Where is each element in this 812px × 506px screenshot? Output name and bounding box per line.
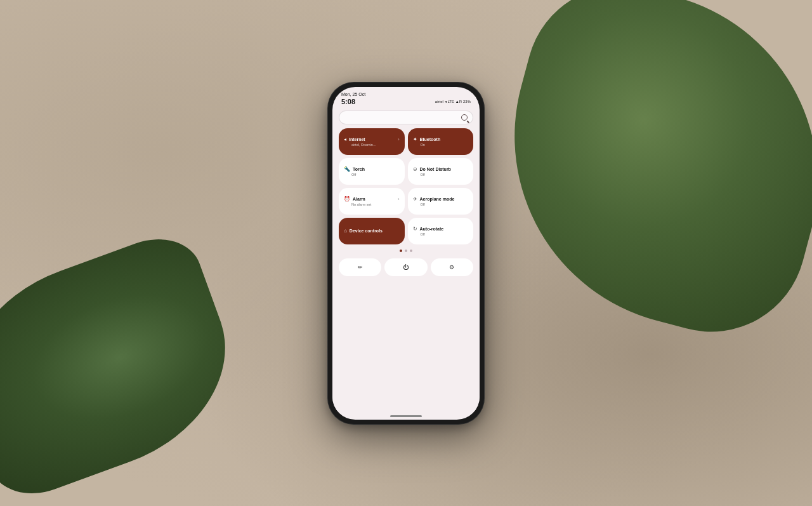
tile-aeroplane[interactable]: ✈ Aeroplane mode Off <box>408 188 474 215</box>
dot-3 <box>410 250 412 252</box>
alarm-label: Alarm <box>353 197 365 201</box>
aeroplane-subtitle: Off <box>413 203 469 206</box>
carrier-label: airtel <box>435 100 443 103</box>
status-bar: Mon, 25 Oct <box>332 87 480 98</box>
phone: Mon, 25 Oct 5:08 airtel ◂ LTE ▲R 23% <box>327 82 485 425</box>
bluetooth-label: Bluetooth <box>420 137 441 142</box>
tile-alarm[interactable]: ⏰ Alarm › No alarm set <box>339 188 405 215</box>
torch-label: Torch <box>353 167 365 171</box>
aeroplane-icon: ✈ <box>413 196 417 202</box>
signal-icons: ◂ LTE ▲R <box>445 99 462 103</box>
status-time: 5:08 <box>341 98 355 105</box>
bluetooth-subtitle: On <box>413 143 469 147</box>
tile-auto-rotate[interactable]: ↻ Auto-rotate Off <box>408 218 474 244</box>
tile-torch[interactable]: 🔦 Torch Off <box>339 158 405 185</box>
bluetooth-icon: ✦ <box>413 136 417 142</box>
tiles-row-1: ◂ Internet › airtel, Roamin... ✦ <box>339 128 473 155</box>
device-controls-icon: ⌂ <box>344 228 347 234</box>
page-dots <box>339 250 473 252</box>
settings-button[interactable]: ⚙ <box>431 258 473 276</box>
search-bar[interactable] <box>339 110 473 124</box>
torch-icon: 🔦 <box>344 166 350 172</box>
tile-device-controls[interactable]: ⌂ Device controls <box>339 218 405 244</box>
dnd-label: Do Not Disturb <box>420 167 451 171</box>
internet-subtitle: airtel, Roamin... <box>344 143 400 147</box>
status-row: 5:08 airtel ◂ LTE ▲R 23% <box>332 98 480 108</box>
tiles-row-4: ⌂ Device controls ↻ Auto-rotate <box>339 218 473 244</box>
home-bar <box>332 411 480 420</box>
status-icons: airtel ◂ LTE ▲R 23% <box>435 99 471 103</box>
phone-wrapper: Mon, 25 Oct 5:08 airtel ◂ LTE ▲R 23% <box>327 82 485 425</box>
bottom-controls: ✏ ⏻ ⚙ <box>339 258 473 276</box>
power-icon: ⏻ <box>403 264 409 270</box>
settings-icon: ⚙ <box>449 264 454 270</box>
alarm-subtitle: No alarm set <box>344 203 400 206</box>
device-controls-label: Device controls <box>350 229 383 233</box>
dot-2 <box>405 250 407 252</box>
lower-screen <box>332 281 480 411</box>
dnd-icon: ⊖ <box>413 166 417 172</box>
home-bar-line <box>390 415 422 417</box>
edit-icon: ✏ <box>358 264 363 270</box>
tile-dnd[interactable]: ⊖ Do Not Disturb Off <box>408 158 474 185</box>
auto-rotate-icon: ↻ <box>413 226 417 232</box>
tile-bluetooth[interactable]: ✦ Bluetooth On <box>408 128 474 155</box>
phone-screen: Mon, 25 Oct 5:08 airtel ◂ LTE ▲R 23% <box>332 87 480 420</box>
auto-rotate-subtitle: Off <box>413 232 469 236</box>
search-icon <box>461 114 468 121</box>
tile-internet[interactable]: ◂ Internet › airtel, Roamin... <box>339 128 405 155</box>
dnd-subtitle: Off <box>413 173 469 176</box>
power-button[interactable]: ⏻ <box>384 258 427 276</box>
alarm-icon: ⏰ <box>344 196 350 202</box>
tiles-row-3: ⏰ Alarm › No alarm set ✈ A <box>339 188 473 215</box>
torch-subtitle: Off <box>344 173 400 176</box>
internet-label: Internet <box>349 137 365 142</box>
battery-level: 23% <box>463 100 471 103</box>
quick-settings-panel: ◂ Internet › airtel, Roamin... ✦ <box>332 108 480 281</box>
dot-1 <box>400 250 402 252</box>
internet-icon: ◂ <box>344 136 346 142</box>
tiles-row-2: 🔦 Torch Off ⊖ Do Not Disturb <box>339 158 473 185</box>
auto-rotate-label: Auto-rotate <box>420 227 444 231</box>
status-date: Mon, 25 Oct <box>341 92 365 97</box>
alarm-arrow: › <box>398 197 399 201</box>
internet-arrow: › <box>398 137 399 142</box>
tiles-grid: ◂ Internet › airtel, Roamin... ✦ <box>339 128 473 244</box>
aeroplane-label: Aeroplane mode <box>420 197 455 201</box>
edit-button[interactable]: ✏ <box>339 258 381 276</box>
